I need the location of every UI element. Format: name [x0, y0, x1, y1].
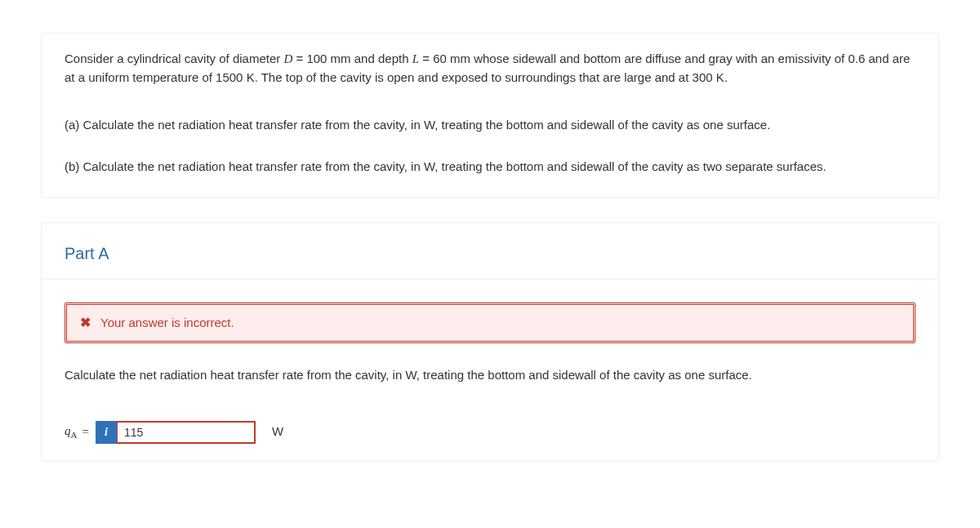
problem-part-a: (a) Calculate the net radiation heat tra… — [65, 116, 915, 135]
problem-intro: Consider a cylindrical cavity of diamete… — [65, 50, 915, 87]
part-a-title: Part A — [42, 223, 938, 280]
part-a-card: Part A ✖ Your answer is incorrect. Calcu… — [41, 222, 939, 461]
answer-input[interactable] — [117, 421, 256, 444]
feedback-incorrect: ✖ Your answer is incorrect. — [65, 302, 915, 343]
var-D: D — [283, 52, 292, 65]
part-a-instruction: Calculate the net radiation heat transfe… — [65, 366, 915, 385]
info-icon[interactable]: i — [96, 421, 117, 444]
equals-sign: = — [82, 423, 88, 441]
unit-label: W — [272, 423, 283, 441]
eq1: = — [292, 51, 306, 65]
answer-row: qA = i W — [65, 421, 915, 444]
var-L: L — [412, 52, 419, 65]
problem-part-b: (b) Calculate the net radiation heat tra… — [65, 158, 915, 177]
answer-variable: qA — [65, 422, 77, 442]
problem-statement-card: Consider a cylindrical cavity of diamete… — [41, 33, 939, 198]
D-val: 100 mm and depth — [306, 51, 412, 65]
eq2: = — [419, 51, 433, 65]
close-icon: ✖ — [80, 313, 91, 333]
feedback-text: Your answer is incorrect. — [100, 314, 234, 333]
problem-text: Consider a cylindrical cavity of diamete… — [65, 50, 915, 176]
intro-prefix: Consider a cylindrical cavity of diamete… — [65, 51, 283, 65]
